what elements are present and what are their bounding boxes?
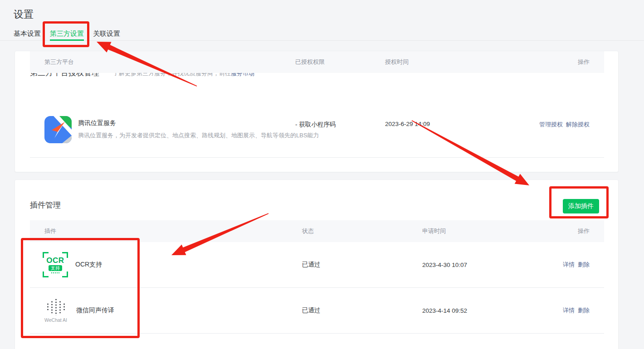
platform-text: 腾讯位置服务 腾讯位置服务，为开发者提供定位、地点搜索、路线规划、地图展示、导航… [78,119,319,140]
plugin-table-row-ocr: OCR 支持 OCR支持 已通过 2023-4-30 10:07 详情 删除 [30,242,604,288]
plugin-actions-cell: 详情 删除 [527,306,604,315]
permission-cell: - 获取小程序码 [295,111,385,129]
plugin-detail-link[interactable]: 详情 [563,306,575,315]
page-title: 设置 [14,8,34,21]
wechat-ai-dots-icon [47,298,65,315]
tab-basic-settings[interactable]: 基本设置 [14,27,41,40]
manage-auth-link[interactable]: 管理授权 [539,121,563,129]
plugin-delete-link[interactable]: 删除 [578,261,590,269]
ocr-corner-icon [43,271,49,277]
tab-third-party-settings[interactable]: 第三方设置 [50,27,84,40]
plugin-status-cell: 已通过 [302,306,422,315]
ocr-corner-icon [62,271,68,277]
auth-table-header: 第三方平台 已授权权限 授权时间 操作 [30,51,604,73]
plugin-col-action: 操作 [527,227,604,235]
auth-col-time: 授权时间 [385,58,527,66]
plugin-col-time: 申请时间 [422,227,527,235]
ocr-corner-icon [62,252,68,258]
plugin-time-cell: 2023-4-14 09:52 [422,307,527,314]
platform-name: 腾讯位置服务 [78,119,319,127]
plugin-detail-link[interactable]: 详情 [563,261,575,269]
auth-col-platform: 第三方平台 [30,58,295,66]
wechat-ai-caption: WeChat AI [44,317,67,323]
plugin-table-row-wechat-ai: WeChat AI 微信同声传译 已通过 2023-4-14 09:52 详情 … [30,288,604,334]
auth-table-row-tencent-location: 腾讯位置服务 腾讯位置服务，为开发者提供定位、地点搜索、路线规划、地图展示、导航… [30,111,604,158]
active-tab-underline [50,39,84,41]
plugin-cell-ocr: OCR 支持 OCR支持 [30,252,302,277]
plugin-col-status: 状态 [302,227,422,235]
plugin-management-card: 插件管理 添加插件 插件 状态 申请时间 操作 OCR 支持 OCR支持 已通过… [15,179,619,349]
plugin-card-title-row: 插件管理 [30,200,61,210]
tab-association-settings-label: 关联设置 [93,29,120,37]
plugin-cell-wechat-ai: WeChat AI 微信同声传译 [30,298,302,323]
platform-description: 腾讯位置服务，为开发者提供定位、地点搜索、路线规划、地图展示、导航等领先的LBS… [78,131,319,140]
revoke-auth-link[interactable]: 解除授权 [566,121,590,129]
auth-management-card: 第三方平台授权管理 了解更多第三方服务，寻找优质服务商，前往服务市场 第三方平台… [15,51,619,172]
add-plugin-button[interactable]: 添加插件 [563,199,599,213]
tencent-location-icon [44,116,72,143]
plugin-actions-cell: 详情 删除 [527,261,604,269]
plugin-name: 微信同声传译 [76,306,114,315]
plugin-card-title: 插件管理 [30,200,61,210]
ocr-corner-icon [43,252,49,258]
platform-cell: 腾讯位置服务 腾讯位置服务，为开发者提供定位、地点搜索、路线规划、地图展示、导航… [30,111,295,143]
settings-tabbar: 基本设置 第三方设置 关联设置 [0,27,644,41]
plugin-delete-link[interactable]: 删除 [578,306,590,315]
ocr-icon-badge: 支持 [49,265,62,271]
plugin-status-cell: 已通过 [302,261,422,269]
plugin-table-header: 插件 状态 申请时间 操作 [30,220,604,242]
ocr-plugin-icon: OCR 支持 [43,252,68,277]
auth-col-permission: 已授权权限 [295,58,385,66]
auth-time-cell: 2023-6-29 14:09 [385,111,527,127]
plugin-col-plugin: 插件 [30,227,302,235]
plugin-name: OCR支持 [75,261,102,269]
auth-actions-cell: 管理授权 解除授权 [527,111,604,129]
tab-basic-settings-label: 基本设置 [14,29,41,37]
ocr-icon-text: OCR [46,257,64,265]
ocr-icon-dots [51,272,59,273]
tab-third-party-settings-label: 第三方设置 [50,29,84,37]
auth-col-action: 操作 [527,58,604,66]
tab-association-settings[interactable]: 关联设置 [93,27,120,40]
wechat-ai-icon: WeChat AI [43,298,69,323]
plugin-time-cell: 2023-4-30 10:07 [422,262,527,268]
